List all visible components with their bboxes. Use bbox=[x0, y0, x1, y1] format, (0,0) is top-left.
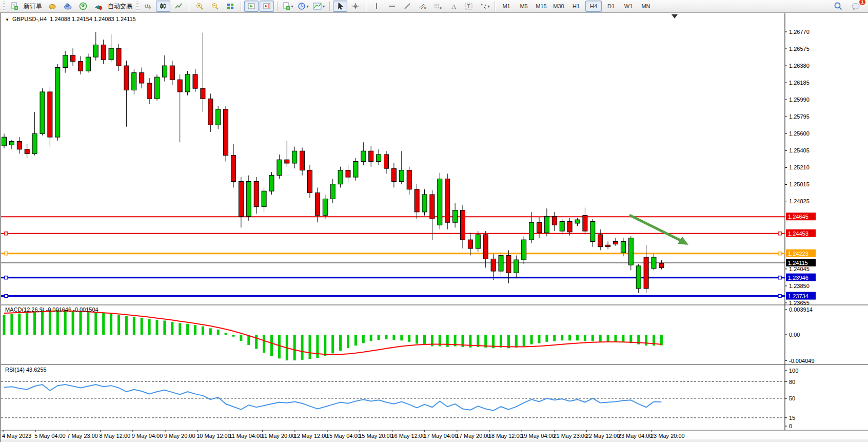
bear-candle bbox=[147, 83, 152, 99]
auto-trading-button[interactable] bbox=[91, 1, 106, 12]
macd-bar bbox=[553, 335, 556, 341]
bear-candle bbox=[17, 142, 22, 149]
arrows-tool-button[interactable]: ▾ bbox=[477, 1, 491, 12]
svg-text:10 May 12:00: 10 May 12:00 bbox=[196, 433, 231, 439]
line-handle[interactable] bbox=[778, 276, 781, 279]
svg-text:T: T bbox=[467, 4, 470, 9]
new-chart-button[interactable]: ▾ bbox=[281, 1, 295, 12]
bull-candle bbox=[621, 241, 625, 253]
macd-bar bbox=[10, 314, 13, 335]
line-handle[interactable] bbox=[5, 295, 8, 298]
line-chart-type-button[interactable] bbox=[171, 1, 186, 12]
bull-candle bbox=[361, 151, 366, 161]
zoom-in-button[interactable] bbox=[192, 1, 207, 12]
notification-count-badge: 1 bbox=[859, 0, 865, 5]
toolbar-grip[interactable] bbox=[3, 2, 5, 11]
chart-shift-button[interactable] bbox=[260, 1, 274, 12]
market-watch-icon bbox=[48, 2, 56, 10]
period-button[interactable]: ▾ bbox=[296, 1, 310, 12]
macd-bar bbox=[156, 320, 159, 335]
chart-window[interactable]: 1.267701.265751.263801.261851.259901.257… bbox=[0, 13, 868, 442]
market-watch-button[interactable] bbox=[45, 1, 60, 12]
auto-trading-label[interactable]: 自动交易 bbox=[108, 2, 132, 11]
svg-text:1.23655: 1.23655 bbox=[789, 300, 810, 306]
fibonacci-tool-button[interactable]: F bbox=[431, 1, 445, 12]
vertical-line-tool-button[interactable] bbox=[369, 1, 384, 12]
chart-canvas[interactable]: 1.267701.265751.263801.261851.259901.257… bbox=[1, 13, 868, 442]
community-cloud-icon bbox=[63, 2, 72, 10]
line-handle[interactable] bbox=[778, 252, 781, 255]
crosshair-tool-button[interactable] bbox=[348, 1, 363, 12]
bull-candle bbox=[399, 170, 404, 182]
svg-text:5 May 04:00: 5 May 04:00 bbox=[34, 433, 66, 439]
zoom-out-button[interactable] bbox=[208, 1, 222, 12]
bear-candle bbox=[231, 156, 236, 182]
line-handle[interactable] bbox=[778, 295, 781, 298]
bear-candle bbox=[461, 210, 465, 240]
timeframe-h1-button[interactable]: H1 bbox=[568, 1, 584, 12]
bear-candle bbox=[407, 170, 411, 189]
bar-chart-type-button[interactable] bbox=[141, 1, 155, 12]
bull-candle bbox=[93, 45, 98, 57]
macd-bar bbox=[80, 312, 82, 335]
svg-text:15 May 20:00: 15 May 20:00 bbox=[359, 433, 393, 439]
search-button[interactable] bbox=[831, 1, 845, 12]
bull-candle bbox=[330, 184, 335, 199]
cursor-tool-button[interactable] bbox=[333, 1, 347, 12]
timeframe-d1-button[interactable]: D1 bbox=[603, 1, 619, 12]
bear-candle bbox=[598, 235, 603, 247]
indicators-button[interactable]: ▾ bbox=[311, 1, 326, 12]
bear-candle bbox=[614, 241, 618, 244]
bull-candle bbox=[652, 257, 656, 268]
signals-button[interactable] bbox=[76, 1, 90, 12]
text-a-icon: A bbox=[450, 2, 457, 10]
community-button[interactable] bbox=[61, 1, 75, 12]
svg-text:12 May 12:00: 12 May 12:00 bbox=[294, 433, 328, 439]
svg-text:1.26185: 1.26185 bbox=[789, 80, 810, 86]
timeframe-m15-button[interactable]: M15 bbox=[533, 1, 549, 12]
channel-tool-button[interactable]: E bbox=[416, 1, 430, 12]
notifications-button[interactable]: 1 bbox=[849, 1, 863, 12]
new-order-button[interactable] bbox=[7, 1, 22, 12]
trendline-tool-button[interactable] bbox=[400, 1, 415, 12]
horizontal-line-tool-button[interactable] bbox=[385, 1, 399, 12]
macd-bar bbox=[607, 335, 609, 342]
timeframe-w1-button[interactable]: W1 bbox=[620, 1, 637, 12]
text-label-tool-button[interactable]: T bbox=[462, 1, 476, 12]
tile-windows-button[interactable] bbox=[223, 1, 238, 12]
toolbar-grip-2[interactable] bbox=[136, 2, 139, 11]
svg-text:1.24045: 1.24045 bbox=[789, 266, 810, 272]
timeframe-m30-button[interactable]: M30 bbox=[550, 1, 567, 12]
text-tool-button[interactable]: A bbox=[446, 1, 461, 12]
bear-candle bbox=[506, 256, 511, 273]
bear-candle bbox=[552, 216, 557, 225]
candlestick-chart-type-button[interactable] bbox=[156, 1, 170, 12]
horizontal-line-icon bbox=[388, 2, 396, 10]
auto-scroll-button[interactable] bbox=[244, 1, 259, 12]
line-handle[interactable] bbox=[778, 232, 781, 235]
macd-bar bbox=[133, 317, 135, 335]
macd-bar bbox=[225, 333, 227, 335]
macd-bar bbox=[41, 310, 44, 335]
macd-bar bbox=[392, 335, 395, 340]
cursor-arrow-icon bbox=[337, 2, 344, 10]
line-handle[interactable] bbox=[5, 232, 8, 235]
timeframe-mn-button[interactable]: MN bbox=[638, 1, 654, 12]
timeframe-m5-button[interactable]: M5 bbox=[516, 1, 532, 12]
line-handle[interactable] bbox=[5, 276, 8, 279]
chart-menu-triangle-icon[interactable]: ▼ bbox=[5, 17, 9, 22]
bull-candle bbox=[55, 67, 60, 137]
svg-text:1.25015: 1.25015 bbox=[789, 181, 810, 187]
bar-chart-icon bbox=[144, 2, 152, 10]
timeframe-m1-button[interactable]: M1 bbox=[498, 1, 515, 12]
bear-candle bbox=[391, 168, 396, 181]
bull-candle bbox=[514, 260, 519, 273]
macd-bar bbox=[94, 312, 97, 335]
timeframe-h4-button[interactable]: H4 bbox=[585, 1, 602, 12]
macd-bar bbox=[26, 313, 28, 335]
bear-candle bbox=[315, 193, 320, 216]
line-handle[interactable] bbox=[5, 252, 8, 255]
bear-candle bbox=[177, 80, 182, 92]
new-order-label[interactable]: 新订单 bbox=[24, 2, 42, 11]
tile-windows-icon bbox=[226, 2, 234, 10]
